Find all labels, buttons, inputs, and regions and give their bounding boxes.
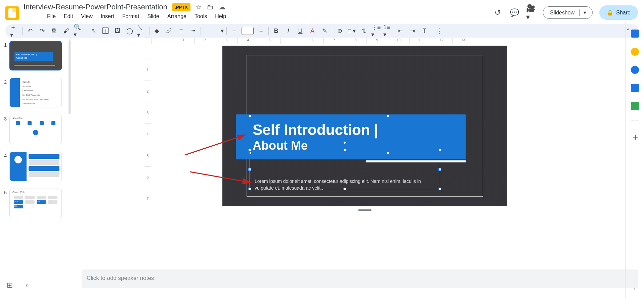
contacts-icon[interactable]	[631, 84, 639, 92]
number-list-button[interactable]: 1≡ ▾	[383, 26, 393, 36]
slide-filmstrip[interactable]: 1 Self Introduction |About Me 2 Agenda A…	[0, 38, 71, 276]
move-icon[interactable]: 🗀	[207, 3, 213, 11]
meet-icon[interactable]: 🎥 ▾	[526, 8, 536, 18]
bold-button[interactable]: B	[271, 26, 281, 36]
clear-format-button[interactable]: T	[420, 26, 429, 36]
redo-button[interactable]: ↷	[37, 26, 47, 36]
more-button[interactable]: ⋮	[435, 26, 444, 36]
prev-slide-button[interactable]: ‹	[26, 281, 28, 290]
keep-icon[interactable]	[631, 48, 639, 56]
textbox-tool[interactable]: 🅃	[101, 26, 110, 36]
slide-canvas-area[interactable]: 1 2 3 4 5 6 7 1 2 3 4 5 6 7 8 9 10 11 12…	[71, 38, 644, 276]
link-button[interactable]: ⊕	[335, 26, 344, 36]
image-tool[interactable]: 🖼	[113, 26, 122, 36]
vertical-ruler: 1 2 3 4 5 6 7	[144, 38, 151, 276]
menu-slide[interactable]: Slide	[144, 12, 163, 21]
selection-box-group[interactable]	[249, 150, 440, 189]
highlight-button[interactable]: ✎	[320, 26, 329, 36]
slide-thumbnail-1[interactable]: Self Introduction |About Me	[9, 41, 62, 70]
print-button[interactable]: 🖶	[49, 26, 59, 36]
align-button[interactable]: ≡ ▾	[347, 26, 356, 36]
addons-plus-icon[interactable]: ＋	[631, 131, 639, 139]
menu-bar: File Edit View Insert Format Slide Arran…	[24, 12, 235, 23]
fill-color-button[interactable]: ◆	[152, 26, 162, 36]
slide-number: 3	[2, 115, 7, 121]
menu-tools[interactable]: Tools	[191, 12, 210, 21]
slideshow-button[interactable]: Slideshow ▾	[543, 6, 593, 19]
slide-number: 2	[2, 78, 7, 85]
tasks-icon[interactable]	[631, 66, 639, 74]
decrease-font-button[interactable]: −	[229, 26, 239, 36]
shape-tool[interactable]: ◯	[125, 26, 134, 36]
line-tool[interactable]: ＼ ▾	[137, 26, 146, 36]
slideshow-label: Slideshow	[550, 10, 574, 16]
slide-thumbnail-5[interactable]: Career Path 2019 2020 2021	[9, 189, 62, 218]
cloud-icon[interactable]: ☁	[219, 3, 225, 11]
menu-arrange[interactable]: Arrange	[164, 12, 190, 21]
menu-format[interactable]: Format	[119, 12, 143, 21]
comments-icon[interactable]: 💬	[509, 8, 519, 18]
zoom-button[interactable]: 🔍 ▾	[74, 26, 83, 36]
annotation-arrow-2	[187, 169, 254, 186]
slide-number: 1	[2, 41, 7, 48]
slide-canvas[interactable]: Self Introduction | About Me Lorem ipsum…	[222, 46, 507, 206]
underline-button[interactable]: U	[296, 26, 305, 36]
menu-insert[interactable]: Insert	[97, 12, 118, 21]
version-history-icon[interactable]: ↺	[492, 8, 503, 18]
border-dash-button[interactable]: ┅	[188, 26, 198, 36]
font-dropdown[interactable]: ▾	[204, 26, 224, 36]
horizontal-ruler: 1 2 3 4 5 6 7 8 9 10 11 12 13	[151, 38, 644, 44]
lock-icon: 🔒	[607, 9, 613, 16]
calendar-icon[interactable]	[631, 30, 639, 38]
font-size-input[interactable]	[242, 27, 254, 35]
line-spacing-button[interactable]: ⇅	[359, 26, 369, 36]
star-icon[interactable]: ☆	[195, 3, 201, 11]
select-tool[interactable]: ↖	[89, 26, 98, 36]
italic-button[interactable]: I	[284, 26, 293, 36]
increase-indent-button[interactable]: ⇥	[407, 26, 417, 36]
chevron-down-icon[interactable]: ▾	[579, 9, 590, 16]
collapse-side-panel-icon[interactable]: ›	[634, 285, 636, 292]
slide-thumbnail-4[interactable]	[9, 152, 62, 181]
menu-edit[interactable]: Edit	[60, 12, 77, 21]
text-color-button[interactable]: A	[308, 26, 317, 36]
grid-view-button[interactable]: ⊞	[7, 281, 13, 290]
svg-line-0	[185, 135, 245, 155]
annotation-arrow-1	[181, 132, 249, 158]
share-button[interactable]: 🔒 Share	[599, 5, 638, 20]
speaker-notes-input[interactable]: Click to add speaker notes	[82, 269, 638, 288]
svg-line-1	[190, 172, 251, 183]
slide-number: 5	[2, 189, 7, 195]
bullet-list-button[interactable]: ⋮≡ ▾	[371, 26, 381, 36]
side-panel: ＋ ›	[625, 21, 644, 299]
border-color-button[interactable]: 🖊	[164, 26, 174, 36]
new-slide-button[interactable]: ＋ ▾	[10, 26, 19, 36]
share-label: Share	[616, 10, 631, 16]
border-weight-button[interactable]: ≡	[176, 26, 186, 36]
canvas-resize-handle[interactable]	[358, 209, 372, 211]
paint-format-button[interactable]: 🖌	[61, 26, 71, 36]
slide-thumbnail-3[interactable]: About Me	[9, 115, 62, 144]
toolbar: ＋ ▾ ↶ ↷ 🖶 🖌 🔍 ▾ ↖ 🅃 🖼 ◯ ＼ ▾ ◆ 🖊 ≡ ┅ ▾ − …	[5, 24, 639, 38]
decrease-indent-button[interactable]: ⇤	[395, 26, 405, 36]
document-title[interactable]: Interview-Resume-PowerPoint-Presentation	[24, 3, 167, 11]
increase-font-button[interactable]: ＋	[256, 26, 266, 36]
undo-button[interactable]: ↶	[25, 26, 35, 36]
slides-logo[interactable]	[5, 6, 19, 20]
slide-number: 4	[2, 152, 7, 158]
menu-view[interactable]: View	[78, 12, 96, 21]
format-badge: .PPTX	[172, 3, 190, 11]
menu-file[interactable]: File	[44, 12, 59, 21]
menu-help[interactable]: Help	[212, 12, 229, 21]
selection-box-title[interactable]	[250, 115, 388, 153]
slide-thumbnail-2[interactable]: Agenda About Me Career Path My SWOT Anal…	[9, 78, 62, 107]
maps-icon[interactable]	[631, 102, 639, 110]
